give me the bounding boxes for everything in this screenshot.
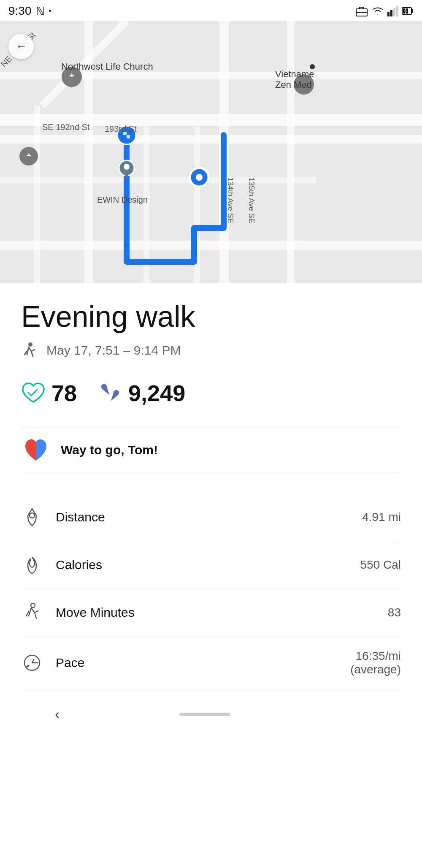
- activity-title: Evening walk: [21, 300, 401, 334]
- status-left: 9:30 ℕ •: [8, 4, 51, 18]
- gfit-heart-icon: [21, 436, 51, 464]
- steps-icon: [98, 382, 122, 404]
- metric-move-left: Move Minutes: [21, 602, 135, 624]
- pace-icon: [21, 652, 43, 674]
- battery-icon: [402, 5, 414, 16]
- achievement-row: Way to go, Tom!: [21, 427, 401, 472]
- distance-value: 4.91 mi: [362, 510, 401, 524]
- move-minutes-icon: [21, 602, 43, 624]
- achievement-text: Way to go, Tom!: [61, 443, 158, 457]
- svg-rect-19: [0, 177, 316, 183]
- distance-icon: [21, 506, 43, 528]
- svg-text:Vietname: Vietname: [275, 69, 314, 79]
- back-button[interactable]: ←: [8, 34, 34, 59]
- heart-points-icon: [21, 382, 46, 404]
- svg-text:134th Ave SE: 134th Ave SE: [226, 177, 235, 223]
- svg-point-51: [30, 513, 35, 518]
- svg-point-26: [124, 164, 130, 170]
- calories-value: 550 Cal: [360, 558, 401, 572]
- svg-text:SE 192nd St: SE 192nd St: [42, 122, 90, 132]
- svg-text:Zen Med: Zen Med: [275, 79, 312, 90]
- svg-rect-12: [0, 135, 422, 144]
- wifi-icon: [371, 6, 384, 16]
- svg-rect-17: [34, 106, 40, 283]
- svg-point-48: [28, 342, 32, 347]
- metric-pace: Pace 16:35/mi(average): [21, 637, 401, 689]
- svg-rect-5: [396, 6, 398, 16]
- back-arrow-icon: ←: [15, 40, 27, 53]
- status-bar: 9:30 ℕ •: [0, 0, 422, 21]
- svg-text:193rd St: 193rd St: [105, 124, 137, 133]
- map-container: ✝ ⚙ ✝ NE 191st St SE 192nd St 193rd St 1…: [0, 21, 422, 283]
- activity-time-range: May 17, 7:51 – 9:14 PM: [46, 343, 181, 358]
- svg-rect-8: [412, 9, 413, 13]
- stats-row: 78 9,249: [21, 380, 401, 406]
- svg-point-28: [196, 174, 203, 181]
- notification-icon: ℕ: [36, 5, 45, 18]
- steps-value: 9,249: [128, 380, 185, 406]
- svg-rect-3: [390, 10, 392, 16]
- svg-text:Northwest Life Church: Northwest Life Church: [61, 61, 153, 72]
- svg-text:135th Ave SE: 135th Ave SE: [247, 177, 256, 223]
- svg-rect-4: [393, 8, 395, 16]
- pace-label: Pace: [56, 656, 84, 670]
- calories-icon: [21, 554, 43, 576]
- calories-label: Calories: [56, 558, 102, 572]
- metric-calories-left: Calories: [21, 554, 102, 576]
- svg-point-52: [31, 603, 35, 608]
- bottom-nav: ‹: [21, 698, 401, 730]
- main-content: Evening walk May 17, 7:51 – 9:14 PM 78: [0, 283, 422, 756]
- status-right: [355, 5, 414, 16]
- pace-value: 16:35/mi(average): [350, 649, 401, 676]
- move-minutes-label: Move Minutes: [56, 605, 135, 620]
- svg-rect-2: [387, 12, 390, 16]
- metric-calories: Calories 550 Cal: [21, 541, 401, 589]
- status-time: 9:30: [8, 4, 32, 18]
- activity-meta: May 17, 7:51 – 9:14 PM: [21, 342, 401, 359]
- briefcase-icon: [355, 5, 368, 16]
- svg-rect-16: [287, 21, 295, 283]
- svg-rect-13: [0, 241, 422, 250]
- move-minutes-value: 83: [388, 606, 401, 619]
- metric-distance-left: Distance: [21, 506, 105, 528]
- nav-back-button[interactable]: ‹: [55, 706, 60, 722]
- metric-move-minutes: Move Minutes 83: [21, 589, 401, 637]
- dot-icon: •: [49, 7, 51, 16]
- walk-icon: [21, 342, 38, 359]
- svg-text:EWIN Design: EWIN Design: [97, 195, 148, 204]
- map-roads: ✝ ⚙ ✝ NE 191st St SE 192nd St 193rd St 1…: [0, 21, 422, 283]
- map-background: ✝ ⚙ ✝ NE 191st St SE 192nd St 193rd St 1…: [0, 21, 422, 283]
- heart-points-stat: 78: [21, 380, 77, 406]
- metric-pace-left: Pace: [21, 652, 84, 674]
- distance-label: Distance: [56, 510, 105, 524]
- signal-icon: [387, 5, 398, 16]
- steps-stat: 9,249: [98, 380, 185, 406]
- metrics-list: Distance 4.91 mi Calories 550 Cal: [21, 494, 401, 689]
- nav-handle: [179, 713, 230, 716]
- heart-points-value: 78: [51, 380, 77, 406]
- metric-distance: Distance 4.91 mi: [21, 494, 401, 541]
